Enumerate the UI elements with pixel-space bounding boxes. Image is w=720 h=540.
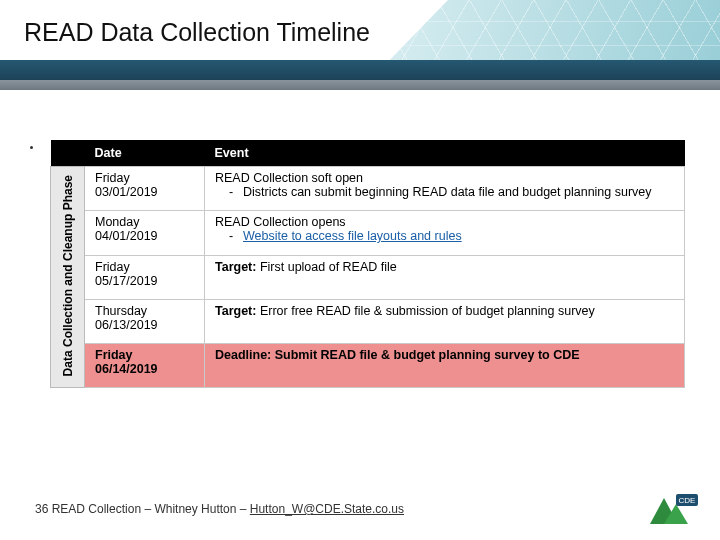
page-title: READ Data Collection Timeline xyxy=(24,18,370,47)
date-cell: Monday 04/01/2019 xyxy=(85,211,205,255)
row-date: 06/13/2019 xyxy=(95,318,194,332)
date-cell: Thursday 06/13/2019 xyxy=(85,299,205,343)
header-bar-gray xyxy=(0,80,720,90)
table-row-deadline: Friday 06/14/2019 Deadline: Submit READ … xyxy=(51,344,685,388)
event-headline: READ Collection opens xyxy=(215,215,346,229)
deadline-label: Deadline: xyxy=(215,348,271,362)
phase-cell: Data Collection and Cleanup Phase xyxy=(51,167,85,388)
row-day: Friday xyxy=(95,171,194,185)
event-headline: READ Collection soft open xyxy=(215,171,363,185)
event-cell: Target: First upload of READ file xyxy=(205,255,685,299)
target-text: Error free READ file & submission of bud… xyxy=(256,304,594,318)
table-row: Data Collection and Cleanup Phase Friday… xyxy=(51,167,685,211)
cde-logo: CDE xyxy=(642,490,700,528)
cde-badge-text: CDE xyxy=(679,496,696,505)
event-cell: READ Collection soft open Districts can … xyxy=(205,167,685,211)
phase-label: Data Collection and Cleanup Phase xyxy=(59,167,77,384)
col-event: Event xyxy=(205,140,685,167)
event-cell: Deadline: Submit READ file & budget plan… xyxy=(205,344,685,388)
row-date: 05/17/2019 xyxy=(95,274,194,288)
file-layouts-link[interactable]: Website to access file layouts and rules xyxy=(243,229,462,243)
table-row: Friday 05/17/2019 Target: First upload o… xyxy=(51,255,685,299)
target-label: Target: xyxy=(215,304,256,318)
col-date: Date xyxy=(85,140,205,167)
row-date: 06/14/2019 xyxy=(95,362,194,376)
row-date: 04/01/2019 xyxy=(95,229,194,243)
date-cell: Friday 05/17/2019 xyxy=(85,255,205,299)
footer-email-link[interactable]: Hutton_W@CDE.State.co.us xyxy=(250,502,404,516)
phase-header-spacer xyxy=(51,140,85,167)
table-row: Monday 04/01/2019 READ Collection opens … xyxy=(51,211,685,255)
event-subline: Website to access file layouts and rules xyxy=(215,229,674,243)
row-day: Thursday xyxy=(95,304,194,318)
mountain-icon: CDE xyxy=(642,490,700,528)
event-cell: Target: Error free READ file & submissio… xyxy=(205,299,685,343)
row-day: Friday xyxy=(95,348,194,362)
row-date: 03/01/2019 xyxy=(95,185,194,199)
date-cell: Friday 03/01/2019 xyxy=(85,167,205,211)
page-number: 36 xyxy=(35,502,48,516)
timeline-table: Date Event Data Collection and Cleanup P… xyxy=(50,140,685,388)
table-row: Thursday 06/13/2019 Target: Error free R… xyxy=(51,299,685,343)
event-subline: Districts can submit beginning READ data… xyxy=(215,185,674,199)
target-text: First upload of READ file xyxy=(256,260,396,274)
footer-author: READ Collection – Whitney Hutton – xyxy=(48,502,249,516)
footer: 36 READ Collection – Whitney Hutton – Hu… xyxy=(35,494,700,524)
timeline-container: Date Event Data Collection and Cleanup P… xyxy=(50,140,688,388)
bullet-dot xyxy=(30,146,33,149)
event-cell: READ Collection opens Website to access … xyxy=(205,211,685,255)
deadline-text: Submit READ file & budget planning surve… xyxy=(271,348,579,362)
table-header-row: Date Event xyxy=(51,140,685,167)
row-day: Monday xyxy=(95,215,194,229)
date-cell: Friday 06/14/2019 xyxy=(85,344,205,388)
header-bar-dark xyxy=(0,60,720,80)
row-day: Friday xyxy=(95,260,194,274)
footer-text: 36 READ Collection – Whitney Hutton – Hu… xyxy=(35,502,404,516)
target-label: Target: xyxy=(215,260,256,274)
